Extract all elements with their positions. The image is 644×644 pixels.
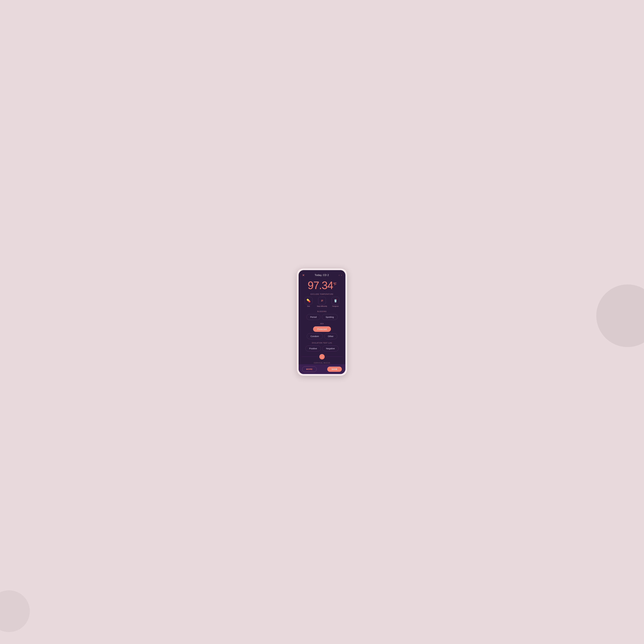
slept-differently-icon: ZZ xyxy=(318,297,326,305)
hungover-label: Hungover xyxy=(332,305,339,307)
cervical-mucus-partial: CERVICAL MUCUS xyxy=(299,361,345,364)
negative-button[interactable]: Negative xyxy=(322,346,339,351)
cervical-mucus-label: CERVICAL MUCUS xyxy=(302,362,342,364)
temperature-unit: °F xyxy=(333,282,336,286)
bleeding-section: BLEEDING Period Spotting xyxy=(299,309,345,321)
bleeding-label: BLEEDING xyxy=(302,311,342,312)
nav-prev-button[interactable]: ‹ xyxy=(339,274,339,277)
slept-differently-option[interactable]: ZZ Slept differently xyxy=(317,297,327,307)
bottom-bar: MORE SAVE xyxy=(299,364,345,374)
page-title: Today, CD 2 xyxy=(315,274,329,277)
screen-content: ✕ Today, CD 2 ‹ › 97.34°F EXCLUDE TEMPER… xyxy=(299,270,345,364)
temperature-display: 97.34°F xyxy=(299,278,345,292)
exclude-temperature-label: EXCLUDE TEMPERATURE xyxy=(302,293,342,295)
header-nav: ‹ › xyxy=(339,274,342,277)
protected-button[interactable]: Protected xyxy=(313,326,331,332)
ovulation-test-label: OVULATION TEST (LH) xyxy=(302,342,342,344)
hungover-icon: 🥤 xyxy=(332,297,339,305)
sex-label: SEX xyxy=(302,323,342,325)
spotting-button[interactable]: Spotting xyxy=(322,314,338,320)
ovulation-buttons: Positive Negative xyxy=(302,346,342,351)
slept-differently-label: Slept differently xyxy=(317,305,327,307)
exclude-icons-group: 💊 Sick ZZ Slept differently 🥤 Hungover xyxy=(302,297,342,307)
positive-button[interactable]: Positive xyxy=(305,346,321,351)
hungover-option[interactable]: 🥤 Hungover xyxy=(332,297,339,307)
temperature-number: 97.34 xyxy=(308,279,333,291)
period-button[interactable]: Period xyxy=(306,314,320,320)
sex-buttons-row2: Condom Other xyxy=(302,333,342,339)
expand-chevron[interactable]: ⌄ xyxy=(319,354,325,359)
close-button[interactable]: ✕ xyxy=(302,273,305,277)
chevron-down-icon: ⌄ xyxy=(321,355,323,358)
divider-section: ⌄ xyxy=(299,353,345,361)
sick-icon: 💊 xyxy=(305,297,312,305)
sex-buttons-row1: Protected xyxy=(302,326,342,332)
phone-screen: ✕ Today, CD 2 ‹ › 97.34°F EXCLUDE TEMPER… xyxy=(299,270,345,374)
bg-decoration-right xyxy=(596,284,644,347)
phone-frame: ✕ Today, CD 2 ‹ › 97.34°F EXCLUDE TEMPER… xyxy=(297,268,347,376)
sex-section: SEX Protected Condom Other xyxy=(299,321,345,340)
condom-button[interactable]: Condom xyxy=(307,333,323,339)
bg-decoration-left xyxy=(0,590,30,632)
sick-label: Sick xyxy=(307,305,310,307)
more-button[interactable]: MORE xyxy=(302,366,317,372)
sick-option[interactable]: 💊 Sick xyxy=(305,297,312,307)
header: ✕ Today, CD 2 ‹ › xyxy=(299,270,345,278)
nav-next-button[interactable]: › xyxy=(341,274,342,277)
exclude-temperature-section: EXCLUDE TEMPERATURE 💊 Sick ZZ Slept diff… xyxy=(299,292,345,309)
other-button[interactable]: Other xyxy=(324,333,337,339)
bleeding-buttons: Period Spotting xyxy=(302,314,342,320)
ovulation-test-section: OVULATION TEST (LH) Positive Negative xyxy=(299,340,345,353)
temperature-value: 97.34°F xyxy=(308,279,336,291)
save-button[interactable]: SAVE xyxy=(327,367,342,372)
